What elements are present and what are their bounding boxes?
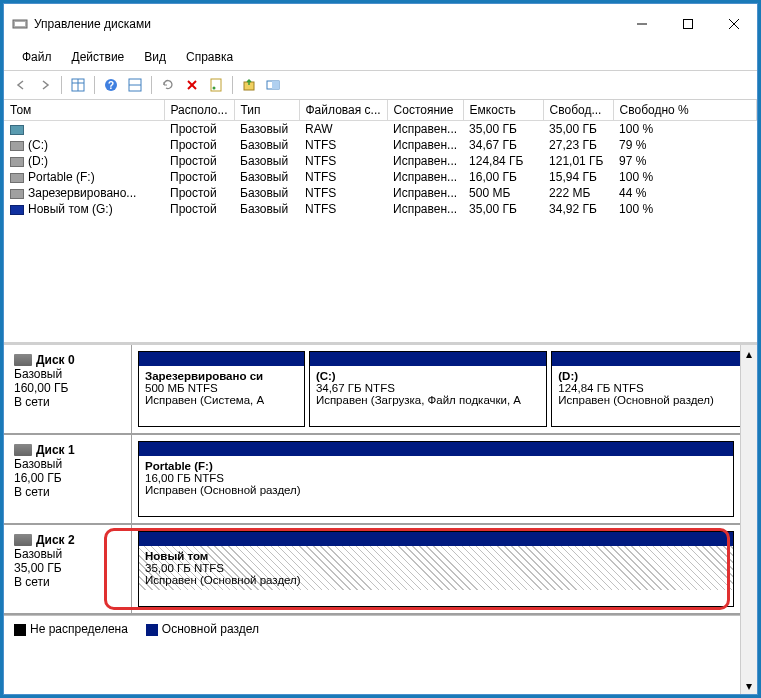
- back-button[interactable]: [10, 74, 32, 96]
- volume-icon: [10, 141, 24, 151]
- disk-icon: [14, 354, 32, 366]
- partition-name: (C:): [316, 370, 540, 382]
- partition-name: Новый том: [145, 550, 727, 562]
- disk-size: 16,00 ГБ: [14, 471, 121, 485]
- properties-button[interactable]: [205, 74, 227, 96]
- partition[interactable]: (D:)124,84 ГБ NTFSИсправен (Основной раз…: [551, 351, 740, 427]
- view-list-button[interactable]: [67, 74, 89, 96]
- action1-button[interactable]: [238, 74, 260, 96]
- toolbar: ?: [4, 71, 757, 100]
- delete-button[interactable]: [181, 74, 203, 96]
- volume-icon: [10, 125, 24, 135]
- col-fs[interactable]: Файловая с...: [299, 100, 387, 121]
- disk-management-window: Управление дисками Файл Действие Вид Спр…: [3, 3, 758, 695]
- col-status[interactable]: Состояние: [387, 100, 463, 121]
- partition-info: 500 МБ NTFS: [145, 382, 298, 394]
- partition[interactable]: Portable (F:)16,00 ГБ NTFSИсправен (Осно…: [138, 441, 734, 517]
- refresh-button[interactable]: [157, 74, 179, 96]
- disk-icon: [14, 444, 32, 456]
- col-freepct[interactable]: Свободно %: [613, 100, 756, 121]
- volume-table: Том Располо... Тип Файловая с... Состоян…: [4, 100, 757, 217]
- disk-partitions: Новый том35,00 ГБ NTFSИсправен (Основной…: [132, 525, 740, 613]
- disk-info: Диск 1Базовый16,00 ГБВ сети: [4, 435, 132, 523]
- scroll-up-icon[interactable]: ▴: [741, 345, 757, 362]
- col-layout[interactable]: Располо...: [164, 100, 234, 121]
- volume-icon: [10, 189, 24, 199]
- forward-button[interactable]: [34, 74, 56, 96]
- partition-name: Зарезервировано си: [145, 370, 298, 382]
- legend: Не распределена Основной раздел: [4, 615, 740, 642]
- disk-state: В сети: [14, 575, 121, 589]
- disk-info: Диск 2Базовый35,00 ГБВ сети: [4, 525, 132, 613]
- disk-row: Диск 2Базовый35,00 ГБВ сетиНовый том35,0…: [4, 525, 740, 615]
- legend-unalloc-label: Не распределена: [30, 622, 128, 636]
- legend-unalloc-swatch: [14, 624, 26, 636]
- partition[interactable]: (C:)34,67 ГБ NTFSИсправен (Загрузка, Фай…: [309, 351, 547, 427]
- partition-info: 35,00 ГБ NTFS: [145, 562, 727, 574]
- disk-name-label: Диск 0: [36, 353, 75, 367]
- svg-rect-15: [211, 79, 221, 91]
- window-title: Управление дисками: [34, 17, 619, 31]
- content: Том Располо... Тип Файловая с... Состоян…: [4, 100, 757, 694]
- titlebar: Управление дисками: [4, 4, 757, 44]
- graphic-pane[interactable]: Диск 0Базовый160,00 ГБВ сетиЗарезервиров…: [4, 345, 740, 694]
- table-row[interactable]: (D:)ПростойБазовыйNTFSИсправен...124,84 …: [4, 153, 757, 169]
- partition-header: [139, 352, 304, 366]
- partition-status: Исправен (Основной раздел): [558, 394, 735, 406]
- partition-header: [139, 532, 733, 546]
- col-free[interactable]: Свобод...: [543, 100, 613, 121]
- table-row[interactable]: ПростойБазовыйRAWИсправен...35,00 ГБ35,0…: [4, 121, 757, 138]
- col-volume[interactable]: Том: [4, 100, 164, 121]
- partition-status: Исправен (Основной раздел): [145, 484, 727, 496]
- partition-info: 16,00 ГБ NTFS: [145, 472, 727, 484]
- disk-icon: [14, 534, 32, 546]
- partition-header: [552, 352, 740, 366]
- svg-text:?: ?: [108, 80, 114, 91]
- menu-help[interactable]: Справка: [176, 46, 243, 68]
- table-row[interactable]: Новый том (G:)ПростойБазовыйNTFSИсправен…: [4, 201, 757, 217]
- disk-type: Базовый: [14, 547, 121, 561]
- disk-row: Диск 0Базовый160,00 ГБВ сетиЗарезервиров…: [4, 345, 740, 435]
- partition-header: [310, 352, 546, 366]
- legend-primary-swatch: [146, 624, 158, 636]
- disk-state: В сети: [14, 395, 121, 409]
- disk-name-label: Диск 2: [36, 533, 75, 547]
- partition-name: (D:): [558, 370, 735, 382]
- disk-type: Базовый: [14, 457, 121, 471]
- scrollbar-vertical[interactable]: ▴ ▾: [740, 345, 757, 694]
- partition-info: 34,67 ГБ NTFS: [316, 382, 540, 394]
- partition-name: Portable (F:): [145, 460, 727, 472]
- table-row[interactable]: Portable (F:)ПростойБазовыйNTFSИсправен.…: [4, 169, 757, 185]
- volume-icon: [10, 205, 24, 215]
- help-button[interactable]: ?: [100, 74, 122, 96]
- disk-state: В сети: [14, 485, 121, 499]
- menu-file[interactable]: Файл: [12, 46, 62, 68]
- svg-point-16: [213, 87, 216, 90]
- action2-button[interactable]: [262, 74, 284, 96]
- col-type[interactable]: Тип: [234, 100, 299, 121]
- disk-type: Базовый: [14, 367, 121, 381]
- partition[interactable]: Новый том35,00 ГБ NTFSИсправен (Основной…: [138, 531, 734, 607]
- volume-table-pane[interactable]: Том Располо... Тип Файловая с... Состоян…: [4, 100, 757, 345]
- maximize-button[interactable]: [665, 10, 711, 38]
- svg-rect-19: [272, 81, 279, 89]
- partition[interactable]: Зарезервировано си500 МБ NTFSИсправен (С…: [138, 351, 305, 427]
- view-graphic-button[interactable]: [124, 74, 146, 96]
- menu-action[interactable]: Действие: [62, 46, 135, 68]
- disk-name-label: Диск 1: [36, 443, 75, 457]
- menu-view[interactable]: Вид: [134, 46, 176, 68]
- svg-rect-3: [684, 20, 693, 29]
- partition-header: [139, 442, 733, 456]
- col-capacity[interactable]: Емкость: [463, 100, 543, 121]
- minimize-button[interactable]: [619, 10, 665, 38]
- app-icon: [12, 16, 28, 32]
- disk-row: Диск 1Базовый16,00 ГБВ сетиPortable (F:)…: [4, 435, 740, 525]
- scroll-down-icon[interactable]: ▾: [741, 677, 757, 694]
- disk-info: Диск 0Базовый160,00 ГБВ сети: [4, 345, 132, 433]
- legend-primary-label: Основной раздел: [162, 622, 259, 636]
- disk-size: 160,00 ГБ: [14, 381, 121, 395]
- table-row[interactable]: Зарезервировано...ПростойБазовыйNTFSИспр…: [4, 185, 757, 201]
- table-row[interactable]: (C:)ПростойБазовыйNTFSИсправен...34,67 Г…: [4, 137, 757, 153]
- close-button[interactable]: [711, 10, 757, 38]
- partition-status: Исправен (Система, А: [145, 394, 298, 406]
